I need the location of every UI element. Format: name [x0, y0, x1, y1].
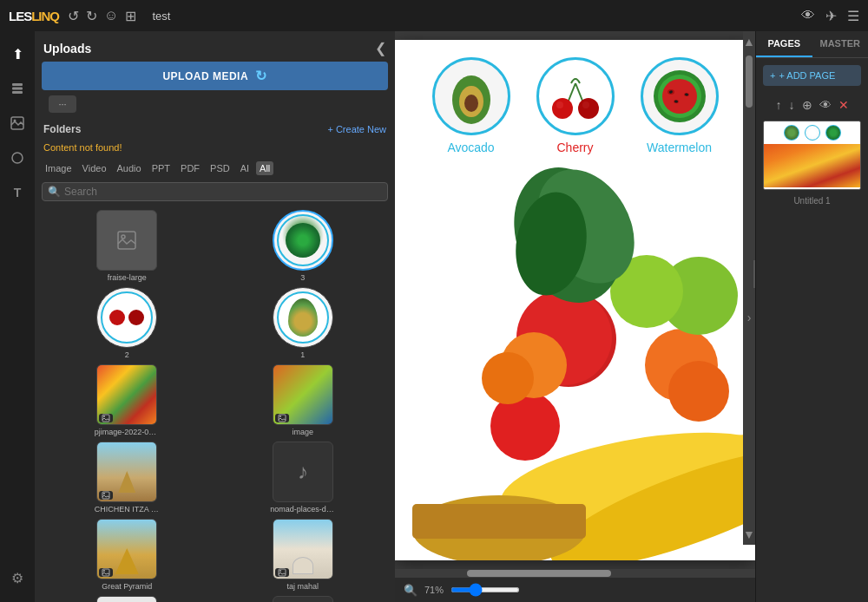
page-copy-button[interactable]: ⊕ — [800, 96, 814, 114]
svg-rect-0 — [12, 83, 23, 86]
topbar-right: 👁 ✈ ☰ — [801, 8, 859, 24]
grid-icon[interactable]: ⊞ — [125, 8, 136, 24]
media-label: Great Pyramid — [102, 582, 152, 591]
svg-rect-2 — [12, 91, 23, 94]
small-indicator — [99, 414, 113, 422]
tab-audio[interactable]: Audio — [114, 161, 145, 175]
tab-title: test — [152, 10, 170, 23]
add-page-button[interactable]: + + ADD PAGE — [763, 65, 861, 86]
canvas-bottom-bar: 🔍 71% — [395, 578, 755, 602]
zoom-slider[interactable] — [450, 587, 520, 592]
right-panel: PAGES MASTER + + ADD PAGE ↑ ↓ ⊕ 👁 ✕ — [755, 31, 868, 602]
fruit-item-watermelon[interactable]: Watermelon — [641, 57, 719, 154]
svg-point-15 — [103, 570, 105, 572]
fruit-label-watermelon: Watermelon — [647, 141, 712, 154]
emoji-icon[interactable]: ☺ — [104, 8, 118, 23]
list-item[interactable]: 2 — [42, 287, 213, 359]
upload-media-button[interactable]: UPLOAD MEDIA ↻ — [42, 62, 388, 90]
svg-point-31 — [662, 79, 697, 114]
canvas-next-arrow[interactable]: › — [753, 260, 755, 288]
folders-section: Folders + Create New — [35, 120, 395, 139]
tab-psd[interactable]: PSD — [207, 161, 233, 175]
list-item[interactable]: ribbon — [42, 596, 213, 602]
list-item[interactable]: Great Pyramid — [42, 519, 213, 591]
tab-pdf[interactable]: PDF — [177, 161, 203, 175]
topbar: LESLINQ ↺ ↻ ☺ ⊞ test 👁 ✈ ☰ — [0, 0, 868, 31]
nav-upload[interactable]: ⬆ — [2, 38, 33, 69]
refresh-icon: ↻ — [255, 68, 267, 84]
nav-image[interactable] — [2, 108, 33, 139]
list-item[interactable]: image — [218, 364, 389, 436]
fruit-label-avocado: Avocado — [447, 141, 494, 154]
tab-ppt[interactable]: PPT — [148, 161, 174, 175]
nav-layers[interactable] — [2, 73, 33, 104]
horizontal-scrollbar[interactable] — [395, 569, 755, 578]
tab-pages[interactable]: PAGES — [756, 31, 812, 57]
page-delete-button[interactable]: ✕ — [837, 96, 851, 114]
canvas-area: Avocado — [395, 31, 755, 602]
page-visibility-button[interactable]: 👁 — [818, 96, 833, 114]
nav-text[interactable]: T — [2, 177, 33, 208]
list-item[interactable]: taj mahal — [218, 519, 389, 591]
folders-label: Folders — [43, 123, 81, 135]
hscroll-thumb[interactable] — [467, 570, 611, 577]
svg-point-27 — [556, 101, 563, 108]
undo-icon[interactable]: ↺ — [68, 8, 79, 24]
list-item[interactable]: 1 — [218, 287, 389, 359]
scroll-expand-icon[interactable]: › — [747, 307, 752, 328]
mini-watermelon — [825, 125, 841, 141]
canvas-scrollbar[interactable]: ▲ › ▼ — [743, 31, 755, 545]
list-item[interactable]: pjimage-2022-04-... — [42, 364, 213, 436]
create-new-button[interactable]: + Create New — [327, 124, 386, 134]
page-down-button[interactable]: ↓ — [787, 96, 797, 114]
media-label: pjimage-2022-04-... — [95, 428, 160, 436]
fruit-circle-cherry — [536, 57, 615, 135]
list-item[interactable]: ♪ nomad-places-des... — [218, 442, 389, 514]
svg-point-17 — [279, 570, 281, 572]
file-type-tabs: Image Video Audio PPT PDF PSD AI All — [35, 158, 395, 179]
fruit-item-cherry[interactable]: Cherry — [536, 57, 615, 154]
svg-point-5 — [12, 153, 23, 163]
canvas-page[interactable]: Avocado — [395, 40, 755, 560]
list-item[interactable]: ♫ 190720220527474751... — [218, 596, 389, 602]
fruit-item-avocado[interactable]: Avocado — [432, 57, 510, 154]
list-item[interactable]: 3 — [218, 210, 389, 282]
tab-master[interactable]: MASTER — [812, 31, 869, 57]
eye-icon[interactable]: 👁 — [801, 8, 815, 23]
right-tabs: PAGES MASTER — [756, 31, 868, 58]
main-layout: ⬆ T ⚙ Uploads ❮ UPLOAD MEDIA ↻ ··· Folde… — [0, 31, 868, 602]
scroll-thumb[interactable] — [746, 56, 753, 108]
svg-rect-1 — [12, 88, 23, 90]
media-label: 1 — [300, 350, 305, 359]
tab-all[interactable]: All — [256, 161, 273, 175]
nav-settings[interactable]: ⚙ — [2, 562, 33, 593]
tab-image[interactable]: Image — [42, 161, 76, 175]
search-input[interactable] — [64, 186, 382, 198]
tab-video[interactable]: Video — [79, 161, 110, 175]
svg-point-47 — [668, 361, 729, 422]
left-nav: ⬆ T ⚙ — [0, 31, 35, 602]
list-item[interactable]: CHICHEN ITZA _ M... — [42, 442, 213, 514]
list-item[interactable]: fraise-large — [42, 210, 213, 282]
logo: LESLINQ — [9, 9, 59, 23]
fruit-circle-watermelon — [641, 57, 719, 135]
svg-rect-10 — [279, 415, 286, 422]
collapse-button[interactable]: ❮ — [375, 40, 386, 56]
tab-ai[interactable]: AI — [237, 161, 253, 175]
uploads-panel: Uploads ❮ UPLOAD MEDIA ↻ ··· Folders + C… — [35, 31, 395, 602]
search-box: 🔍 — [42, 182, 388, 201]
media-label: 2 — [125, 350, 129, 359]
page-up-button[interactable]: ↑ — [774, 96, 784, 114]
scroll-down-arrow[interactable]: ▼ — [740, 524, 755, 545]
scroll-up-arrow[interactable]: ▲ — [740, 31, 755, 52]
share-icon[interactable]: ✈ — [825, 8, 837, 24]
page-thumbnail[interactable] — [763, 121, 861, 190]
redo-icon[interactable]: ↻ — [86, 8, 97, 24]
svg-point-7 — [122, 235, 125, 239]
nav-shapes[interactable] — [2, 142, 33, 173]
more-options-button[interactable]: ··· — [49, 95, 76, 113]
svg-rect-12 — [102, 492, 109, 499]
menu-icon[interactable]: ☰ — [847, 8, 859, 24]
svg-point-26 — [578, 98, 599, 119]
page-actions: ↑ ↓ ⊕ 👁 ✕ — [756, 93, 868, 117]
